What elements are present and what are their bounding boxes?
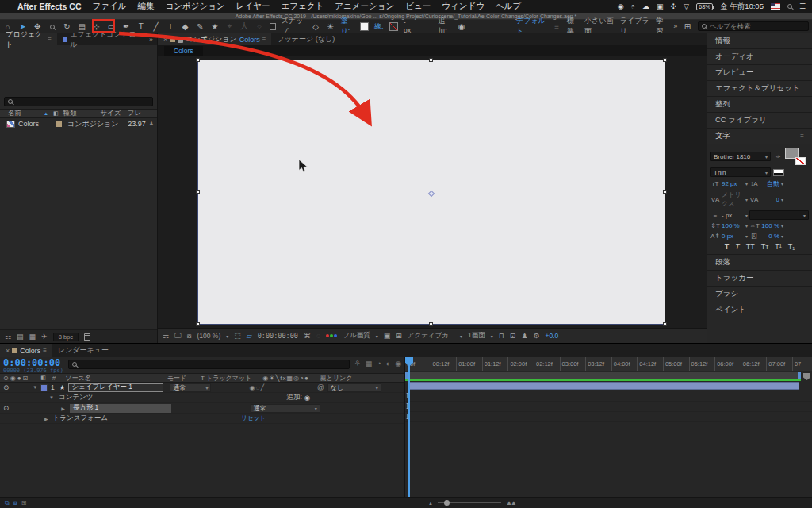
col-mode[interactable]: モード [167,374,186,383]
keyboard-icon[interactable]: ▣ [657,2,664,10]
new-comp-icon[interactable]: ▦ [29,333,36,341]
zoom-out-icon[interactable]: ▲ [428,501,433,506]
comp-mini-flowchart-icon[interactable]: ⚘ [354,360,361,368]
contents-add-icon[interactable]: ◉ [304,394,310,402]
project-search-box[interactable] [4,97,153,106]
view-layout-arrow-icon[interactable]: ▾ [491,333,493,339]
eyedropper-icon[interactable]: ✑ [773,153,783,160]
col-number[interactable]: # [52,375,56,382]
timeline-jump-icon[interactable]: ⊡ [510,332,516,340]
timeline-close-tab-icon[interactable]: × [6,347,10,355]
rect-eye-icon[interactable]: ⊙ [3,404,9,412]
text-stroke-color[interactable] [795,157,806,165]
panel-brushes[interactable]: ブラシ [707,287,812,302]
panel-tracker[interactable]: トラッカー [707,271,812,287]
close-tab-icon[interactable]: × [163,36,167,44]
wifi-icon[interactable]: ▽ [684,2,689,10]
delete-item-icon[interactable] [84,333,90,341]
snapshot-camera-icon[interactable]: ⌘ [304,332,311,340]
panel-info[interactable]: 情報 [707,33,812,49]
panel-paragraph[interactable]: 段落 [707,255,812,271]
panel-cc-libraries[interactable]: CC ライブラリ [707,113,812,129]
layer-name-field[interactable]: シェイプレイヤー 1 [68,383,163,392]
faux-bold-icon[interactable]: T [725,243,730,251]
pixel-aspect-icon[interactable]: ⊓ [499,332,504,340]
local-axis-mode-icon[interactable]: ⌖ [225,21,235,31]
selection-handle-tr[interactable] [663,58,667,62]
menu-effect[interactable]: エフェクト [281,1,324,12]
menu-animation[interactable]: アニメーション [335,1,394,12]
comp-panel-menu-icon[interactable]: ≡ [262,36,266,43]
rect-expand-arrow[interactable]: ▶ [61,406,65,411]
shortcut-editor-icon[interactable]: ⊞ [683,22,692,31]
tsume-arrow-icon[interactable]: ▾ [781,233,783,239]
world-axis-mode-icon[interactable]: 人 [240,21,250,32]
reset-exposure-icon[interactable]: ⚙ [533,332,539,340]
snapshot-icon[interactable]: ⧇ [187,332,192,341]
workspace-overflow-chevron[interactable]: » [673,22,677,30]
composition-viewer[interactable] [158,56,707,328]
selection-handle-br[interactable] [663,322,667,326]
panel-paint[interactable]: ペイント [707,302,812,318]
draft-3d-icon[interactable]: ▦ [366,360,373,368]
panel-character[interactable]: 文字 ≡ [707,129,812,144]
puppet-pin-tool[interactable]: ★ [210,22,220,31]
main-display-icon[interactable]: 🖵 [174,332,182,341]
faux-italic-icon[interactable]: T [735,243,740,251]
record-icon[interactable]: ◉ [618,2,624,10]
interpret-footage-icon[interactable]: ⚏ [5,333,11,341]
viewer-tab-colors[interactable]: Colors [164,46,203,56]
bit-depth-button[interactable]: 8 bpc [53,333,79,341]
layer-expand-arrow[interactable]: ▼ [33,385,37,390]
eraser-tool[interactable]: ◆ [181,22,190,31]
help-search-box[interactable] [698,21,809,31]
menu-file[interactable]: ファイル [93,1,127,12]
stroke-style-dropdown[interactable]: ▾ [749,210,809,220]
project-search-input[interactable] [16,98,111,106]
rectangle-group-row[interactable]: ⊙ ▶ 長方形 1 通常 ▾ [0,403,404,414]
col-name[interactable]: 名前 [8,109,21,118]
exposure-value[interactable]: +0.0 [546,332,559,340]
transform-group-row[interactable]: ▶ トランスフォーム リセット [0,414,404,424]
project-flowchart-icon[interactable]: ✈ [41,333,48,341]
small-caps-icon[interactable]: Tᴛ [761,243,769,251]
leading-value[interactable]: 自動 [760,179,779,188]
layer-lane-1[interactable] [405,381,812,391]
fill-color-swatch[interactable] [360,22,369,31]
layer-eye-icon[interactable]: ⊙ [3,383,9,391]
work-area-bar[interactable] [405,372,801,379]
menu-composition[interactable]: コンポジション [166,1,225,12]
col-source-name[interactable]: ソース名 [65,374,90,383]
timeline-panel-menu-icon[interactable]: ≡ [43,347,47,354]
channel-icon[interactable] [326,334,337,337]
flowchart-icon[interactable]: ♟ [521,332,527,340]
font-size-value[interactable]: 92 px [722,180,744,187]
transparency-toggle-icon[interactable]: ⊞ [396,332,402,340]
frame-blending-icon[interactable]: ◐ [386,360,390,368]
camera-arrow-icon[interactable]: ▾ [460,333,462,339]
menu-help[interactable]: ヘルプ [496,1,521,12]
timeline-search-box[interactable] [68,360,350,369]
stroke-width-value[interactable]: - px [722,212,744,219]
zoom-tool[interactable] [48,22,57,31]
rectangle-group-name[interactable]: 長方形 1 [70,404,171,413]
snap-option-icon[interactable]: ◇ [311,22,320,31]
panel-audio[interactable]: オーディオ [707,49,812,65]
baseline-shift-value[interactable]: 0 px [722,233,744,240]
sort-asc-icon[interactable]: ▲ [44,111,48,116]
current-timecode[interactable]: 0:00:00:00 [3,359,63,368]
resolution-arrow-icon[interactable]: ▾ [376,333,378,339]
tab-render-queue[interactable]: レンダーキュー [52,344,114,356]
roto-brush-tool[interactable]: ✎ [196,22,205,31]
hide-shy-icon[interactable]: ◔ [377,360,381,368]
resolution-dropdown[interactable]: フル画質 [343,331,370,341]
transparency-grid-icon[interactable]: ▱ [247,332,252,340]
panel-menu-icon[interactable]: ≡ [48,36,52,43]
selection-handle-mr[interactable] [663,190,667,194]
transform-reset-link[interactable]: リセット [241,414,266,422]
layer-mode-dropdown[interactable]: 通常 ▾ [170,383,211,392]
magnification-dropdown[interactable]: (100 %) [197,332,221,340]
selection-handle-bl[interactable] [196,322,200,326]
layer-switches[interactable]: ◉◌╱ [249,384,265,391]
brush-tool[interactable]: ╱ [151,22,161,31]
